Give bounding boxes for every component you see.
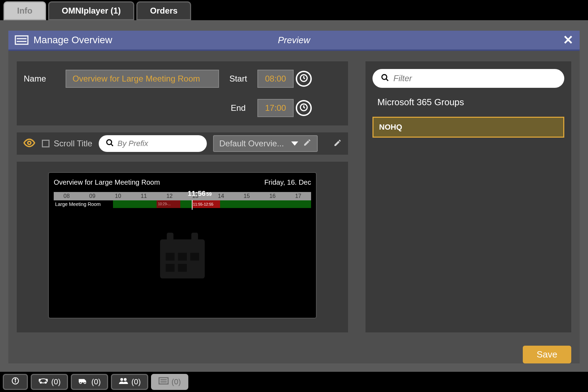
time-tick: 14: [208, 192, 234, 200]
save-row: Save: [8, 341, 580, 363]
svg-rect-11: [166, 253, 175, 261]
time-tick: 16: [259, 192, 285, 200]
scroll-title-label: Scroll Title: [54, 139, 92, 148]
start-time-picker-button[interactable]: [296, 71, 312, 87]
time-tick: 11: [131, 192, 157, 200]
clock-icon: [299, 74, 308, 84]
time-tick: 09: [80, 192, 105, 200]
count-label: (0): [91, 377, 101, 386]
svg-point-26: [80, 382, 81, 384]
info-button[interactable]: [3, 374, 28, 390]
booking-block: 11:55-12:55: [192, 200, 220, 208]
room-name: Large Meeting Room: [54, 200, 113, 208]
svg-line-7: [111, 144, 113, 146]
svg-point-25: [45, 382, 46, 383]
modal-body: Name Start End: [8, 51, 580, 341]
svg-rect-0: [15, 36, 28, 44]
scroll-title-checkbox[interactable]: Scroll Title: [42, 139, 92, 148]
filter-input[interactable]: [393, 74, 556, 83]
count-label: (0): [172, 377, 181, 386]
people-icon: [118, 377, 129, 387]
right-column: Microsoft 365 Groups NOHQ: [365, 61, 571, 332]
list-icon: [158, 377, 169, 387]
svg-point-20: [15, 379, 16, 379]
svg-point-5: [28, 141, 31, 145]
layout-dropdown[interactable]: Default Overvie...: [213, 135, 318, 152]
end-label: End: [219, 103, 257, 113]
toolbar-row: Scroll Title Default Overvie...: [17, 132, 348, 155]
svg-rect-14: [166, 264, 175, 272]
van-icon: [78, 377, 89, 387]
save-button[interactable]: Save: [523, 346, 571, 363]
modal-preview-label: Preview: [278, 35, 310, 46]
name-label: Name: [24, 74, 66, 84]
end-time-input[interactable]: [257, 99, 294, 117]
count-label: (0): [131, 377, 141, 386]
end-time-picker-button[interactable]: [296, 100, 312, 116]
tab-info[interactable]: Info: [3, 1, 46, 20]
modal-title: Manage Overview: [33, 34, 112, 46]
edit-preview-button[interactable]: [333, 139, 342, 148]
prefix-search-input[interactable]: [118, 139, 200, 148]
eye-icon[interactable]: [23, 137, 36, 151]
svg-line-17: [386, 79, 388, 81]
now-line: [192, 200, 193, 210]
left-column: Name Start End: [17, 61, 348, 332]
booking-block: 10:29-...: [157, 200, 180, 208]
time-tick: 12: [157, 192, 182, 200]
checkbox-icon: [42, 140, 50, 147]
time-tick: 17: [285, 192, 311, 200]
preview-title: Overview for Large Meeting Room: [54, 178, 160, 186]
svg-point-29: [124, 378, 127, 381]
ring-count-button[interactable]: (0): [31, 374, 68, 390]
group-item-nohq[interactable]: NOHQ: [372, 117, 564, 138]
form-panel: Name Start End: [17, 61, 348, 125]
chevron-down-icon: [291, 141, 298, 146]
start-time-input[interactable]: [257, 70, 294, 88]
van-count-button[interactable]: (0): [71, 374, 108, 390]
svg-point-24: [40, 382, 42, 383]
clock-icon: [299, 103, 308, 113]
group-heading: Microsoft 365 Groups: [372, 95, 564, 110]
info-icon: [10, 377, 21, 387]
pencil-icon[interactable]: [303, 138, 311, 149]
preview-area: Overview for Large Meeting Room Friday, …: [17, 162, 348, 332]
svg-rect-30: [159, 378, 168, 384]
bottom-bar: (0) (0) (0) (0): [0, 372, 588, 392]
top-tab-bar: Info OMNIplayer (1) Orders: [0, 0, 588, 20]
close-button[interactable]: ✕: [563, 33, 573, 47]
layout-dropdown-value: Default Overvie...: [219, 139, 284, 148]
svg-rect-9: [167, 233, 173, 244]
start-label: Start: [219, 74, 257, 84]
tab-orders[interactable]: Orders: [136, 1, 191, 20]
calendar-icon: [154, 228, 210, 285]
name-input[interactable]: [66, 70, 219, 88]
svg-point-27: [84, 382, 86, 384]
room-timeline: 10:29-... 11:55-12:55: [113, 200, 311, 208]
time-scale: 08 09 10 11 12 13 14 15 16 17: [54, 192, 311, 200]
svg-point-16: [382, 75, 387, 79]
svg-point-28: [120, 378, 123, 381]
preview-box: Overview for Large Meeting Room Friday, …: [48, 172, 317, 318]
time-tick: 15: [234, 192, 260, 200]
workspace: Manage Overview Preview ✕ Name Start End: [0, 20, 588, 372]
svg-rect-13: [190, 253, 199, 261]
svg-rect-10: [191, 233, 198, 244]
room-row: Large Meeting Room 10:29-... 11:55-12:55: [54, 200, 311, 208]
search-icon: [381, 74, 389, 83]
tab-omniplayer[interactable]: OMNIplayer (1): [48, 1, 134, 20]
time-tick: 10: [105, 192, 131, 200]
search-icon: [106, 139, 114, 148]
people-count-button[interactable]: (0): [111, 374, 148, 390]
svg-point-22: [39, 379, 40, 381]
ring-icon: [38, 377, 48, 387]
preview-date: Friday, 16. Dec: [264, 178, 311, 186]
list-icon: [15, 35, 29, 45]
list-count-button[interactable]: (0): [151, 374, 188, 390]
count-label: (0): [51, 377, 61, 386]
svg-point-23: [46, 379, 47, 381]
filter-search[interactable]: [372, 69, 564, 88]
svg-rect-15: [178, 264, 187, 272]
svg-point-6: [107, 140, 112, 145]
prefix-search[interactable]: [99, 135, 207, 152]
